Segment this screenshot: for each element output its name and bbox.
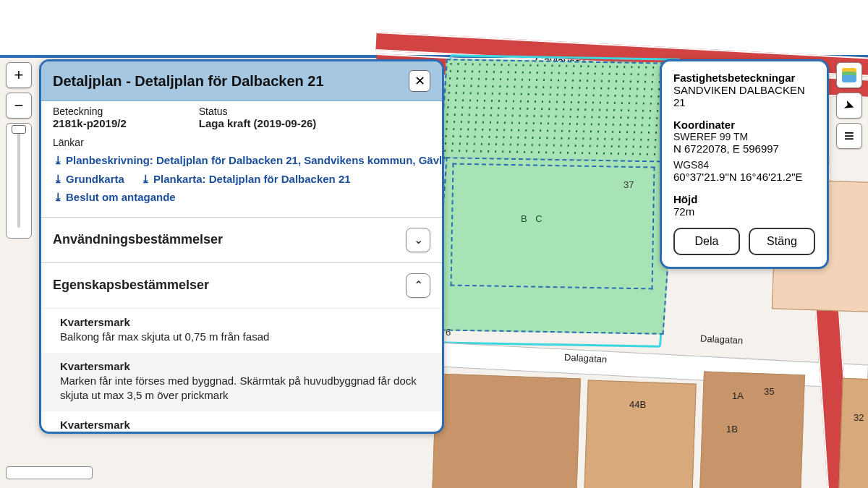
close-info-button[interactable]: Stäng <box>749 228 815 255</box>
zoom-out-button[interactable]: − <box>6 93 32 119</box>
label-6: 6 <box>446 327 451 338</box>
menu-button[interactable]: ≡ <box>836 123 862 149</box>
prop-text: Balkong får max skjuta ut 0,75 m från fa… <box>60 330 423 344</box>
zoom-toolbar: + − <box>6 62 32 239</box>
label-1b: 1B <box>726 424 738 435</box>
plan-area-dotted <box>439 59 671 163</box>
label-dalagatan-2: Dalagatan <box>564 351 608 364</box>
collapse-props-button[interactable]: ⌃ <box>406 273 430 298</box>
section-usage[interactable]: Användningsbestämmelser ⌄ <box>41 217 442 262</box>
link-beslut[interactable]: ⤓Beslut om antagande <box>53 188 430 207</box>
prop-item: Kvartersmark Balkong får max skjuta ut 0… <box>41 309 442 353</box>
prop-text: Marken får inte förses med byggnad. Skär… <box>60 374 423 403</box>
links-block: Länkar ⤓Planbeskrivning: Detaljplan för … <box>41 129 442 217</box>
zoom-slider-thumb[interactable] <box>12 125 26 134</box>
download-icon: ⤓ <box>53 151 63 170</box>
prop-item: Kvartersmark Marken får inte förses med … <box>41 353 442 412</box>
close-icon: ✕ <box>414 73 425 89</box>
fastighet-value: SANDVIKEN DALBACKEN 21 <box>673 84 815 108</box>
link-plankarta[interactable]: ⤓Plankarta: Detaljplan för Dalbacken 21 <box>140 170 351 189</box>
link-label: Plankarta: Detaljplan för Dalbacken 21 <box>153 173 351 185</box>
hojd-label: Höjd <box>673 193 815 205</box>
prop-heading: Kvartersmark <box>60 316 423 328</box>
wgs-label: WGS84 <box>673 159 815 171</box>
layers-icon <box>842 68 856 82</box>
sweref-label: SWEREF 99 TM <box>673 131 815 142</box>
download-icon: ⤓ <box>53 188 63 207</box>
building-2 <box>584 380 696 488</box>
detail-panel: Detaljplan - Detaljplan för Dalbacken 21… <box>39 59 444 434</box>
prop-heading: Kvartersmark <box>60 419 423 431</box>
section-props[interactable]: Egenskapsbestämmelser ⌃ <box>41 262 442 308</box>
label-bc: B C <box>521 213 545 224</box>
download-icon: ⤓ <box>53 170 63 189</box>
download-icon: ⤓ <box>140 170 150 189</box>
label-44b: 44B <box>629 399 646 410</box>
label-35: 35 <box>764 386 774 397</box>
zoom-in-button[interactable]: + <box>6 62 32 88</box>
label-dalagatan: Dalagatan <box>700 333 744 346</box>
beteckning-value: 2181k-p2019/2 <box>53 117 127 129</box>
meta-row: Beteckning 2181k-p2019/2 Status Laga kra… <box>41 101 442 129</box>
link-label: Planbeskrivning: Detaljplan för Dalbacke… <box>66 154 442 166</box>
zoom-slider[interactable] <box>6 123 32 239</box>
building-4 <box>838 378 868 488</box>
hojd-value: 72m <box>673 205 815 218</box>
share-button[interactable]: Dela <box>673 228 740 255</box>
detail-panel-title: Detaljplan - Detaljplan för Dalbacken 21 <box>53 73 324 90</box>
detail-panel-header: Detaljplan - Detaljplan för Dalbacken 21… <box>41 61 442 101</box>
fastighet-label: Fastighetsbeteckningar <box>673 72 815 84</box>
sweref-value: N 6722078, E 596997 <box>673 142 815 155</box>
expand-usage-button[interactable]: ⌄ <box>406 228 430 252</box>
link-grundkarta[interactable]: ⤓Grundkarta <box>53 170 124 189</box>
building-1 <box>432 374 581 488</box>
links-header: Länkar <box>53 137 430 148</box>
beteckning-label: Beteckning <box>53 106 127 117</box>
props-list: Kvartersmark Balkong får max skjuta ut 0… <box>41 308 442 432</box>
building-3 <box>699 372 805 488</box>
close-button[interactable]: ✕ <box>409 70 430 92</box>
status-value: Laga kraft (2019-09-26) <box>199 117 317 129</box>
prop-item: Kvartersmark Endast byggnadsdel minst 3 … <box>41 411 442 432</box>
chevron-down-icon: ⌄ <box>414 233 423 247</box>
info-actions: Dela Stäng <box>673 228 815 255</box>
locate-button[interactable]: ➤ <box>836 93 862 119</box>
scale-bar <box>6 466 93 479</box>
info-card: Fastighetsbeteckningar SANDVIKEN DALBACK… <box>660 59 829 269</box>
koordinater-label: Koordinater <box>673 119 815 131</box>
locate-icon: ➤ <box>841 96 857 115</box>
link-label: Grundkarta <box>66 173 124 185</box>
chevron-up-icon: ⌃ <box>414 278 423 292</box>
section-props-title: Egenskapsbestämmelser <box>53 278 209 293</box>
label-32: 32 <box>854 412 864 423</box>
layers-button[interactable] <box>836 62 862 88</box>
status-label: Status <box>199 106 317 117</box>
link-label: Beslut om antagande <box>66 191 176 203</box>
label-37: 37 <box>624 179 634 190</box>
right-toolbar: ➤ ≡ <box>836 62 862 149</box>
prop-heading: Kvartersmark <box>60 360 423 372</box>
label-1a: 1A <box>732 390 744 401</box>
wgs-value: 60°37'21.9"N 16°46'21.2"E <box>673 171 815 183</box>
section-usage-title: Användningsbestämmelser <box>53 232 223 247</box>
detail-panel-body[interactable]: Beteckning 2181k-p2019/2 Status Laga kra… <box>41 101 442 432</box>
link-planbeskrivning[interactable]: ⤓Planbeskrivning: Detaljplan för Dalback… <box>53 151 430 170</box>
